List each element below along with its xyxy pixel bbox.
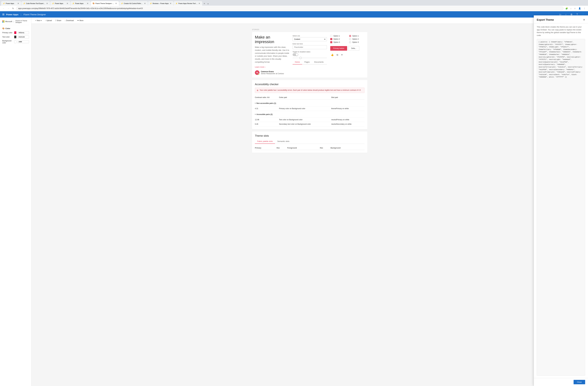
breadcrumb-separator: | <box>21 13 21 16</box>
browser-chrome: ⚡ Power Apps ✕ ⚡ Code Review Tool Experi… <box>0 0 588 11</box>
copy-icon-button[interactable]: ⧉ <box>336 53 339 57</box>
primary-color-row: Primary color <box>2 31 29 34</box>
toggle-control[interactable] <box>293 53 298 56</box>
tab-powerapps-4[interactable]: ⚡ Power Apps ✕ <box>71 1 90 6</box>
slider-track[interactable] <box>293 58 327 58</box>
tab-review-tool[interactable]: ⚡ Power Apps Review Tool ... ✕ <box>174 1 202 6</box>
primary-color-swatch[interactable] <box>14 31 16 34</box>
avatar: CE <box>255 70 259 75</box>
error-icon: ⊗ <box>257 89 258 91</box>
select-one-dropdown[interactable]: Content ▾ <box>293 37 327 41</box>
sparkle-icon-button[interactable]: ✦ <box>340 53 343 57</box>
tab-powerapps-3[interactable]: ⚡ Power Apps ✕ <box>50 1 70 6</box>
primary-color-input[interactable] <box>18 31 29 34</box>
hex2-col-header: Hex <box>320 146 331 150</box>
background-color-swatch[interactable] <box>14 40 16 43</box>
hero-title: Make an impression <box>255 35 289 44</box>
tab-codereview[interactable]: ⚡ Code Review Tool Experim... ✕ <box>21 1 50 6</box>
default-button[interactable]: Defa... <box>348 46 359 51</box>
nav-tabs: Home Pages Documents <box>293 60 327 64</box>
svg-rect-1 <box>3 20 4 21</box>
url-input[interactable] <box>16 7 564 10</box>
new-label: New <box>37 19 40 21</box>
toggle-section: Toggle for disabled states <box>293 51 327 56</box>
export-footer: Close <box>534 378 588 386</box>
non-accessible-header: ▾ Non accessible pairs (1) <box>255 101 365 105</box>
tab-dropdown-button[interactable]: ▾ <box>207 2 210 6</box>
tab-close-4[interactable]: ✕ <box>86 2 89 4</box>
share-label: Share <box>57 19 61 21</box>
tab-close-6[interactable]: ✕ <box>144 2 146 4</box>
background-color-input[interactable] <box>18 40 29 43</box>
tab-close-7[interactable]: ✕ <box>169 2 172 4</box>
extensions-button[interactable]: 🧩 <box>565 7 569 10</box>
reload-button[interactable]: ↻ <box>11 7 15 10</box>
theme-tab-semantic[interactable]: Semantic slots <box>275 139 292 144</box>
upload-button[interactable]: ↑ Upload <box>43 19 53 22</box>
tab-title-6: Creator Kit Control Refere... <box>124 2 143 4</box>
nav-tab-home[interactable]: Home <box>293 60 302 64</box>
export-close-button[interactable]: ✕ <box>583 18 585 21</box>
canvas: STORIES Make an impression Make a big im… <box>31 24 588 160</box>
foreground-col-header: Foreground <box>287 146 320 150</box>
checkbox-3[interactable]: ✓ <box>330 41 332 43</box>
accessible-row-1: 12.98 Text color on Background color neu… <box>255 117 365 122</box>
text-color-swatch[interactable] <box>14 36 16 38</box>
text-color-input[interactable] <box>18 36 29 38</box>
menu-button[interactable]: ⋮ <box>583 7 586 10</box>
svg-rect-2 <box>2 22 3 23</box>
checkbox-col: Option 1 ✓ Option 2 ✓ Option 3 <box>330 35 346 44</box>
accessibility-section: Accessibility checker ⊗ Your color palet… <box>252 80 367 129</box>
new-tab-button[interactable]: + <box>203 1 206 6</box>
download-button[interactable]: ↓ <box>569 7 572 10</box>
tab-close-1[interactable]: ✕ <box>17 2 20 4</box>
theme-tab-fabric[interactable]: Fabric palette slots <box>255 139 275 144</box>
designer-subtitle: Fluent UI Theme Designer <box>15 20 29 23</box>
contrast-ratio-header: Contrast ratio: AA <box>255 95 279 100</box>
share-button[interactable]: ⤴ Share <box>54 19 63 22</box>
tab-reviews[interactable]: ⚡ Reviews – Power Apps ✕ <box>148 1 174 6</box>
sidebar-microsoft-brand: Microsoft | Fluent UI Theme Designer <box>2 20 29 25</box>
bookmark-button[interactable]: ☆ <box>573 7 577 10</box>
download-button[interactable]: ↓ Download <box>63 19 75 22</box>
more-button[interactable]: ••• More <box>76 19 85 22</box>
tab-close-5[interactable]: ✕ <box>115 2 117 4</box>
learn-more-link[interactable]: Learn more › <box>255 66 289 68</box>
profile-button[interactable]: 👤 <box>578 7 582 10</box>
tab-fluent-theme[interactable]: 🎨 Fluent Theme Designer -... ✕ <box>91 1 119 6</box>
text-input-label: Enter text here <box>293 43 327 45</box>
svg-rect-0 <box>2 20 3 21</box>
pair-1: Primary color on Background color <box>279 106 331 111</box>
checkbox-2[interactable]: ✓ <box>330 38 332 40</box>
tab-creator-kit[interactable]: ⚡ Creator Kit Control Refere... ✕ <box>119 1 148 6</box>
text-input[interactable] <box>293 45 327 49</box>
nav-tab-pages[interactable]: Pages <box>302 60 312 64</box>
tab-powerapps-1[interactable]: ⚡ Power Apps ✕ <box>1 1 21 6</box>
microsoft-label: Microsoft <box>5 20 12 22</box>
close-button[interactable]: Close <box>574 380 585 384</box>
radio-1[interactable] <box>349 35 351 37</box>
main-content: + New ▾ ↑ Upload ⤴ Share ↓ Download •• <box>31 18 588 386</box>
primary-col-header: Primary <box>255 146 276 150</box>
radio-3[interactable] <box>349 41 351 43</box>
slider-thumb[interactable] <box>299 57 302 59</box>
back-button[interactable]: ← <box>2 7 5 10</box>
background-color-row: Background color <box>2 40 29 44</box>
upload-icon: ↑ <box>45 19 46 21</box>
export-code-block[interactable]: { palette: { themePrimary: "#f00e4a", th… <box>537 39 585 376</box>
checkbox-1[interactable] <box>330 35 332 37</box>
ratio-3: 6.46 <box>255 122 279 126</box>
text-color-label: Text color <box>2 36 13 38</box>
tab-close-3[interactable]: ✕ <box>66 2 68 4</box>
radio-2[interactable] <box>349 38 351 40</box>
like-icon-button[interactable]: 👍 <box>330 53 334 57</box>
new-button[interactable]: + New ▾ <box>34 19 43 22</box>
sidebar-separator: | <box>14 20 14 22</box>
nav-tab-documents[interactable]: Documents <box>312 60 326 64</box>
tab-close-2[interactable]: ✕ <box>46 2 48 4</box>
accessible-header: ▾ Accessible pairs (2) <box>255 112 365 116</box>
primary-button[interactable]: Primary button <box>330 46 347 51</box>
tab-close-8[interactable]: ✕ <box>198 2 200 4</box>
grid-icon[interactable]: ⊞ <box>2 13 4 16</box>
forward-button[interactable]: → <box>7 7 10 10</box>
